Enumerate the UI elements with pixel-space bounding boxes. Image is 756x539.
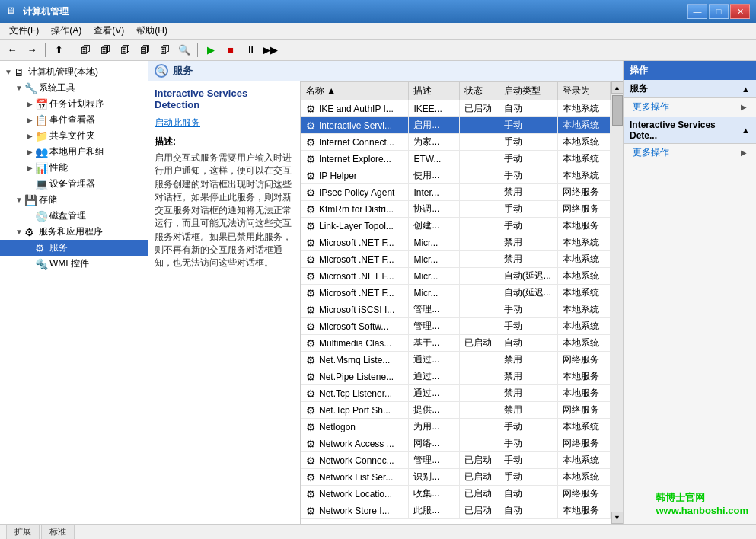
service-status-cell — [459, 234, 499, 251]
forward-button[interactable]: → — [23, 42, 41, 59]
stop-button[interactable]: ■ — [222, 42, 240, 59]
table-row[interactable]: ⚙ IP Helper 使用... 手动 本地系统 — [301, 167, 611, 184]
tree-local-users[interactable]: ▶ 👥 本地用户和组 — [0, 144, 148, 160]
toolbar-btn-1[interactable]: 🗐 — [76, 42, 94, 59]
table-row[interactable]: ⚙ Net.Tcp Port Sh... 提供... 禁用 网络服务 — [301, 402, 611, 419]
service-gear-icon: ⚙ — [306, 321, 316, 333]
tree-services[interactable]: ▶ ⚙ 服务 — [0, 240, 148, 256]
tree-services-apps[interactable]: ▼ ⚙ 服务和应用程序 — [0, 224, 148, 240]
service-startup-cell: 自动(延迟... — [499, 285, 558, 301]
services-table-container[interactable]: 名称 ▲ 描述 状态 启动类型 登录为 ⚙ IKE and AuthIP I..… — [301, 81, 611, 524]
window-controls: — □ ✕ — [687, 4, 750, 19]
table-row[interactable]: ⚙ Network Locatio... 收集... 已启动 自动 网络服务 — [301, 486, 611, 502]
tree-shared-folders[interactable]: ▶ 📁 共享文件夹 — [0, 128, 148, 144]
col-header-name[interactable]: 名称 ▲ — [301, 82, 409, 100]
table-row[interactable]: ⚙ Link-Layer Topol... 创建... 手动 本地服务 — [301, 218, 611, 234]
up-button[interactable]: ⬆ — [49, 42, 68, 59]
service-login-cell: 本地系统 — [558, 318, 611, 335]
close-button[interactable]: ✕ — [730, 4, 750, 19]
root-label: 计算机管理(本地) — [28, 65, 98, 78]
expand-storage[interactable]: ▼ — [14, 195, 24, 206]
tree-storage[interactable]: ▼ 💾 存储 — [0, 192, 148, 208]
table-row[interactable]: ⚙ Net.Msmq Liste... 通过... 禁用 网络服务 — [301, 352, 611, 368]
menu-help[interactable]: 帮助(H) — [130, 23, 174, 39]
toolbar-btn-6[interactable]: 🔍 — [175, 42, 193, 59]
table-row[interactable]: ⚙ Multimedia Clas... 基于... 已启动 自动 本地系统 — [301, 335, 611, 352]
menu-view[interactable]: 查看(V) — [88, 23, 130, 39]
content-area: Interactive Services Detection 启动此服务 描述:… — [148, 81, 623, 524]
table-row[interactable]: ⚙ Microsoft .NET F... Micr... 自动(延迟... 本… — [301, 268, 611, 285]
toolbar-btn-5[interactable]: 🗐 — [155, 42, 174, 59]
col-header-desc[interactable]: 描述 — [409, 82, 459, 100]
table-row[interactable]: ⚙ Microsoft .NET F... Micr... 自动(延迟... 本… — [301, 285, 611, 301]
tree-wmi[interactable]: ▶ 🔩 WMI 控件 — [0, 256, 148, 272]
scroll-up[interactable]: ▲ — [611, 81, 624, 94]
tree-event-viewer[interactable]: ▶ 📋 事件查看器 — [0, 112, 148, 128]
tab-standard[interactable]: 标准 — [41, 524, 75, 539]
table-row[interactable]: ⚙ Interactive Servi... 启用... 手动 本地系统 — [301, 117, 611, 134]
toolbar-btn-2[interactable]: 🗐 — [96, 42, 114, 59]
expand-performance[interactable]: ▶ — [24, 163, 35, 174]
table-row[interactable]: ⚙ Network Access ... 网络... 手动 网络服务 — [301, 435, 611, 452]
service-startup-cell: 自动 — [499, 335, 558, 352]
table-row[interactable]: ⚙ Net.Pipe Listene... 通过... 禁用 本地服务 — [301, 368, 611, 385]
col-header-login[interactable]: 登录为 — [558, 82, 611, 100]
expand-services-apps[interactable]: ▼ — [14, 227, 24, 238]
table-row[interactable]: ⚙ Microsoft .NET F... Micr... 禁用 本地系统 — [301, 234, 611, 251]
service-name-cell: ⚙ Multimedia Clas... — [301, 335, 409, 352]
scroll-thumb[interactable] — [612, 95, 623, 126]
start-service-link[interactable]: 启动此服务 — [155, 116, 294, 129]
service-status-cell — [459, 352, 499, 368]
table-row[interactable]: ⚙ Microsoft .NET F... Micr... 禁用 本地系统 — [301, 251, 611, 268]
expand-shared-folders[interactable]: ▶ — [24, 131, 35, 142]
col-header-status[interactable]: 状态 — [459, 82, 499, 100]
service-desc-cell: 基于... — [409, 335, 459, 352]
table-row[interactable]: ⚙ Netlogon 为用... 手动 本地系统 — [301, 419, 611, 435]
task-scheduler-icon: 📅 — [35, 98, 47, 110]
table-row[interactable]: ⚙ Microsoft iSCSI I... 管理... 手动 本地系统 — [301, 301, 611, 318]
toolbar-btn-3[interactable]: 🗐 — [116, 42, 134, 59]
tree-performance[interactable]: ▶ 📊 性能 — [0, 160, 148, 176]
table-row[interactable]: ⚙ IKE and AuthIP I... IKEE... 已启动 自动 本地系… — [301, 100, 611, 117]
restart-button[interactable]: ▶▶ — [261, 42, 279, 59]
service-status-cell — [459, 385, 499, 402]
tree-device-manager[interactable]: ▶ 💻 设备管理器 — [0, 176, 148, 192]
menu-file[interactable]: 文件(F) — [3, 23, 45, 39]
service-startup-cell: 禁用 — [499, 184, 558, 201]
expand-root[interactable]: ▼ — [3, 67, 14, 78]
scroll-down[interactable]: ▼ — [611, 512, 624, 524]
table-row[interactable]: ⚙ Internet Explore... ETW... 手动 本地系统 — [301, 151, 611, 167]
event-viewer-label: 事件查看器 — [49, 113, 95, 126]
col-header-startup[interactable]: 启动类型 — [499, 82, 558, 100]
table-row[interactable]: ⚙ KtmRm for Distri... 协调... 手动 网络服务 — [301, 201, 611, 218]
scrollbar[interactable]: ▲ ▼ — [611, 81, 623, 524]
menu-action[interactable]: 操作(A) — [45, 23, 88, 39]
more-actions-1[interactable]: 更多操作 ▶ — [624, 98, 756, 116]
expand-event-viewer[interactable]: ▶ — [24, 115, 35, 126]
back-button[interactable]: ← — [3, 42, 21, 59]
expand-local-users[interactable]: ▶ — [24, 147, 35, 158]
tab-expand[interactable]: 扩展 — [6, 524, 40, 539]
table-row[interactable]: ⚙ Microsoft Softw... 管理... 手动 本地系统 — [301, 318, 611, 335]
tree-system-tools[interactable]: ▼ 🔧 系统工具 — [0, 80, 148, 96]
tree-root[interactable]: ▼ 🖥 计算机管理(本地) — [0, 64, 148, 80]
expand-task-scheduler[interactable]: ▶ — [24, 99, 35, 110]
action-section-services-title[interactable]: 服务 ▲ — [624, 80, 756, 98]
pause-button[interactable]: ⏸ — [241, 42, 260, 59]
table-row[interactable]: ⚙ IPsec Policy Agent Inter... 禁用 网络服务 — [301, 184, 611, 201]
scroll-track[interactable] — [611, 94, 623, 512]
toolbar-btn-4[interactable]: 🗐 — [136, 42, 154, 59]
table-row[interactable]: ⚙ Network Store I... 此服... 已启动 自动 本地服务 — [301, 502, 611, 519]
play-button[interactable]: ▶ — [202, 42, 220, 59]
tree-task-scheduler[interactable]: ▶ 📅 任务计划程序 — [0, 96, 148, 112]
more-actions-2[interactable]: 更多操作 ▶ — [624, 144, 756, 161]
table-row[interactable]: ⚙ Internet Connect... 为家... 手动 本地系统 — [301, 134, 611, 151]
tree-disk-management[interactable]: ▶ 💿 磁盘管理 — [0, 208, 148, 224]
expand-system-tools[interactable]: ▼ — [14, 83, 24, 94]
maximize-button[interactable]: □ — [709, 4, 729, 19]
action-section-interactive-title[interactable]: Interactive Services Dete... ▲ — [624, 117, 756, 144]
minimize-button[interactable]: — — [687, 4, 707, 19]
table-row[interactable]: ⚙ Net.Tcp Listener... 通过... 禁用 本地服务 — [301, 385, 611, 402]
table-row[interactable]: ⚙ Network Connec... 管理... 已启动 手动 本地系统 — [301, 452, 611, 469]
table-row[interactable]: ⚙ Network List Ser... 识别... 已启动 手动 本地系统 — [301, 469, 611, 486]
